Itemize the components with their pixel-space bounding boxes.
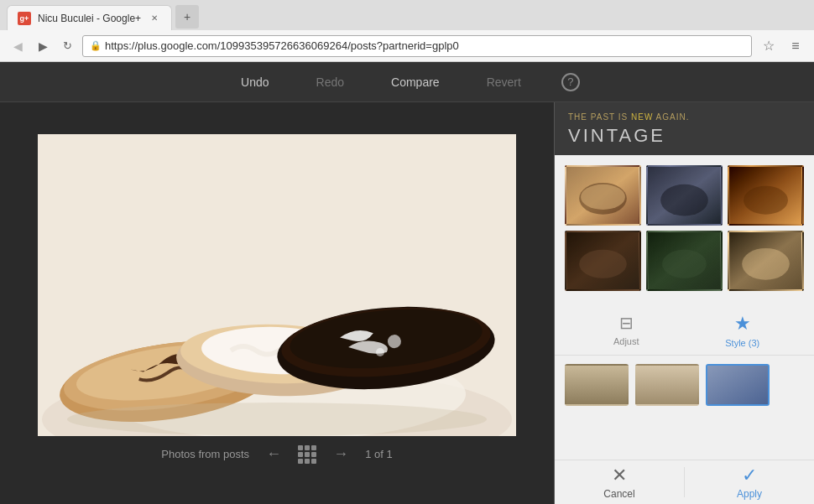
svg-point-25 bbox=[579, 250, 627, 278]
panel-title: VINTAGE bbox=[568, 125, 801, 147]
tab-favicon: g+ bbox=[18, 12, 31, 25]
photo-svg bbox=[38, 134, 516, 436]
svg-rect-30 bbox=[566, 366, 629, 406]
svg-point-13 bbox=[376, 348, 384, 356]
app-content: Undo Redo Compare Revert ? bbox=[0, 62, 814, 504]
photos-source-label: Photos from posts bbox=[161, 448, 249, 460]
undo-button[interactable]: Undo bbox=[234, 72, 275, 92]
right-panel: THE PAST IS NEW AGAIN. VINTAGE bbox=[554, 102, 814, 504]
svg-point-23 bbox=[744, 186, 788, 215]
forward-button[interactable]: ▶ bbox=[34, 37, 52, 55]
svg-point-27 bbox=[662, 250, 707, 278]
tab-adjust-label: Adjust bbox=[613, 336, 639, 346]
photo-area: Photos from posts ← → 1 of 1 bbox=[0, 102, 554, 504]
svg-rect-31 bbox=[637, 366, 699, 406]
new-tab-button[interactable]: + bbox=[175, 5, 199, 29]
browser-frame: g+ Nicu Buculei - Google+ ✕ + ◀ ▶ ↻ 🔒 ht… bbox=[0, 0, 814, 504]
main-area: Photos from posts ← → 1 of 1 THE PAS bbox=[0, 102, 814, 504]
tab-adjust[interactable]: ⊟ Adjust bbox=[568, 308, 685, 355]
photo-image bbox=[38, 134, 516, 436]
photo-page-label: 1 of 1 bbox=[365, 448, 393, 460]
style-icon: ★ bbox=[734, 313, 751, 335]
svg-point-18 bbox=[581, 184, 625, 210]
panel-tagline: THE PAST IS NEW AGAIN. bbox=[568, 112, 801, 122]
bookmark-button[interactable]: ☆ bbox=[759, 36, 779, 56]
adjust-icon: ⊟ bbox=[619, 313, 634, 333]
panel-tabs: ⊟ Adjust ★ Style (3) bbox=[555, 301, 814, 356]
cancel-label: Cancel bbox=[603, 488, 634, 500]
tab-style-label: Style (3) bbox=[725, 338, 759, 348]
svg-point-14 bbox=[67, 403, 487, 436]
tab-close-button[interactable]: ✕ bbox=[148, 12, 161, 25]
reload-button[interactable]: ↻ bbox=[59, 38, 76, 55]
cancel-icon: ✕ bbox=[612, 465, 627, 486]
filter-thumb-4[interactable] bbox=[565, 231, 641, 291]
filter-thumb-3[interactable] bbox=[728, 165, 804, 226]
menu-button[interactable]: ≡ bbox=[785, 36, 806, 56]
back-button[interactable]: ◀ bbox=[8, 37, 27, 55]
address-bar: ◀ ▶ ↻ 🔒 https://plus.google.com/10993539… bbox=[0, 30, 814, 62]
filter-thumb-5[interactable] bbox=[646, 231, 723, 291]
panel-header: THE PAST IS NEW AGAIN. VINTAGE bbox=[555, 102, 814, 155]
redo-button[interactable]: Redo bbox=[310, 72, 351, 92]
filter-thumb-1[interactable] bbox=[565, 165, 641, 226]
apply-button[interactable]: ✓ Apply bbox=[685, 460, 814, 504]
tab-title: Nicu Buculei - Google+ bbox=[38, 13, 141, 24]
style-option-2[interactable] bbox=[635, 364, 699, 406]
help-button[interactable]: ? bbox=[561, 73, 580, 91]
svg-point-29 bbox=[742, 248, 790, 280]
apply-label: Apply bbox=[737, 488, 762, 500]
tab-style[interactable]: ★ Style (3) bbox=[685, 308, 801, 355]
revert-button[interactable]: Revert bbox=[480, 72, 528, 92]
ssl-icon: 🔒 bbox=[90, 40, 102, 51]
style-options bbox=[555, 356, 814, 414]
style-option-3[interactable] bbox=[706, 364, 770, 406]
action-bar: ✕ Cancel ✓ Apply bbox=[555, 460, 814, 504]
cancel-button[interactable]: ✕ Cancel bbox=[555, 460, 684, 504]
filter-grid bbox=[555, 155, 814, 301]
url-text: https://plus.google.com/1099353957266360… bbox=[105, 39, 459, 52]
active-tab[interactable]: g+ Nicu Buculei - Google+ ✕ bbox=[7, 5, 172, 30]
editor-toolbar: Undo Redo Compare Revert ? bbox=[0, 62, 814, 102]
compare-button[interactable]: Compare bbox=[384, 72, 446, 92]
prev-photo-button[interactable]: ← bbox=[263, 442, 284, 466]
filter-thumb-2[interactable] bbox=[646, 165, 723, 226]
grid-view-button[interactable] bbox=[298, 445, 316, 464]
photo-container bbox=[38, 134, 516, 436]
apply-icon: ✓ bbox=[742, 465, 757, 486]
tab-bar: g+ Nicu Buculei - Google+ ✕ + bbox=[0, 0, 814, 30]
svg-rect-32 bbox=[707, 366, 770, 406]
photo-navigation: Photos from posts ← → 1 of 1 bbox=[8, 436, 545, 473]
style-option-1[interactable] bbox=[565, 364, 629, 406]
next-photo-button[interactable]: → bbox=[330, 442, 352, 466]
url-bar[interactable]: 🔒 https://plus.google.com/10993539572663… bbox=[82, 35, 752, 57]
filter-thumb-6[interactable] bbox=[728, 231, 804, 291]
svg-point-21 bbox=[660, 184, 708, 216]
